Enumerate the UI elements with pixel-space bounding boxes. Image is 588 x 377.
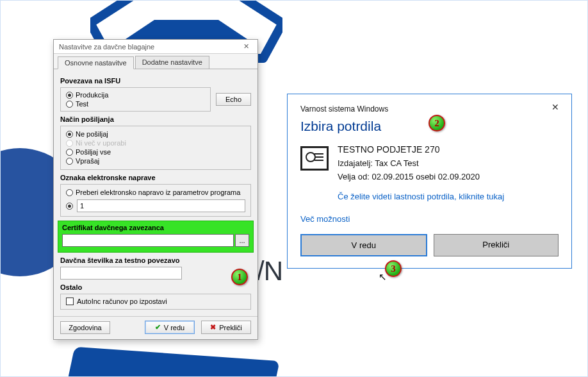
x-icon: ✖ (210, 323, 216, 331)
cert-highlight-block: Certifikat davčnega zavezanca ... (58, 221, 254, 253)
radio-send-ask[interactable]: Vprašaj (66, 156, 245, 165)
sendmode-label: Način pošiljanja (60, 115, 251, 123)
radio-send-all[interactable]: Pošiljaj vse (66, 147, 245, 156)
checkbox-autoinc[interactable]: AutoInc računov po izpostavi (66, 297, 245, 305)
annotation-badge-1: 1 (231, 269, 248, 285)
view-properties-link[interactable]: Če želite videti lastnosti potrdila, kli… (338, 192, 559, 201)
settings-footer: Zgodovina ✔V redu ✖Prekliči (54, 316, 257, 339)
security-cancel-button[interactable]: Prekliči (434, 234, 559, 256)
radio-production-label: Produkcija (76, 91, 108, 99)
settings-titlebar[interactable]: Nastavitve za davčne blagajne ✕ (54, 40, 257, 54)
certificate-icon (300, 146, 329, 171)
certificate-card[interactable]: TESTNO PODJETJE 270 Izdajatelj: Tax CA T… (300, 144, 559, 185)
annotation-badge-3: 3 (385, 260, 402, 277)
radio-device-params[interactable]: Preberi elektronsko napravo iz parametro… (66, 188, 245, 197)
radio-send-none[interactable]: Ne pošiljaj (66, 130, 245, 138)
check-icon: ✔ (155, 323, 161, 331)
certificate-name: TESTNO PODJETJE 270 (338, 144, 480, 155)
annotation-badge-2: 2 (429, 115, 445, 131)
cancel-button-label: Prekliči (219, 324, 241, 331)
security-close-icon[interactable]: ✕ (546, 99, 565, 115)
ok-button-label: V redu (164, 324, 184, 331)
radio-production[interactable]: Produkcija (66, 90, 205, 99)
tab-basic[interactable]: Osnovne nastavitve (58, 56, 134, 69)
radio-device-params-label: Preberi elektronsko napravo iz parametro… (76, 188, 240, 196)
more-options-link[interactable]: Več možnosti (300, 214, 559, 224)
device-input[interactable] (77, 199, 245, 212)
ok-button[interactable]: ✔V redu (145, 321, 195, 334)
radio-send-deprecated: Ni več v uporabi (66, 138, 245, 147)
isfu-options: Produkcija Test (60, 87, 211, 112)
settings-title: Nastavitve za davčne blagajne (59, 43, 237, 51)
cert-label: Certifikat davčnega zavezanca (62, 224, 249, 231)
certificate-issuer: Izdajatelj: Tax CA Test (338, 158, 480, 168)
cert-browse-button[interactable]: ... (235, 234, 249, 247)
bg-text-fragment: /N (257, 256, 282, 287)
security-ok-button[interactable]: V redu (300, 234, 427, 256)
radio-send-deprecated-label: Ni več v uporabi (76, 139, 126, 147)
close-icon[interactable]: ✕ (237, 42, 255, 51)
settings-tabs: Osnovne nastavitve Dodatne nastavitve (54, 54, 257, 69)
radio-test-label: Test (76, 100, 88, 108)
history-button[interactable]: Zgodovina (60, 321, 110, 334)
checkbox-autoinc-label: AutoInc računov po izpostavi (77, 297, 167, 305)
other-label: Ostalo (60, 283, 251, 291)
other-group: AutoInc računov po izpostavi (60, 294, 251, 310)
radio-device-manual[interactable] (66, 202, 73, 210)
taxno-input[interactable] (60, 267, 182, 280)
radio-test[interactable]: Test (66, 99, 205, 108)
security-subtitle: Varnost sistema Windows (300, 105, 546, 113)
radio-send-none-label: Ne pošiljaj (76, 130, 108, 138)
sendmode-group: Ne pošiljaj Ni več v uporabi Pošiljaj vs… (60, 126, 251, 170)
isfu-label: Povezava na ISFU (60, 77, 251, 85)
cursor-icon: ↖ (379, 271, 387, 283)
device-group: Preberi elektronsko napravo iz parametro… (60, 184, 251, 217)
settings-window: Nastavitve za davčne blagajne ✕ Osnovne … (53, 39, 258, 340)
bg-shape-bottom (61, 347, 279, 377)
cancel-button[interactable]: ✖Prekliči (201, 321, 251, 334)
device-label: Oznaka elektronske naprave (60, 174, 251, 181)
echo-button[interactable]: Echo (216, 93, 251, 106)
tab-extra[interactable]: Dodatne nastavitve (135, 56, 209, 69)
certificate-validity: Velja od: 02.09.2015 osebi 02.09.2020 (338, 172, 480, 181)
radio-send-all-label: Pošiljaj vse (76, 148, 111, 156)
radio-send-ask-label: Vprašaj (76, 157, 99, 165)
taxno-label: Davčna številka za testno povezavo (60, 256, 251, 264)
cert-input[interactable] (62, 234, 234, 247)
